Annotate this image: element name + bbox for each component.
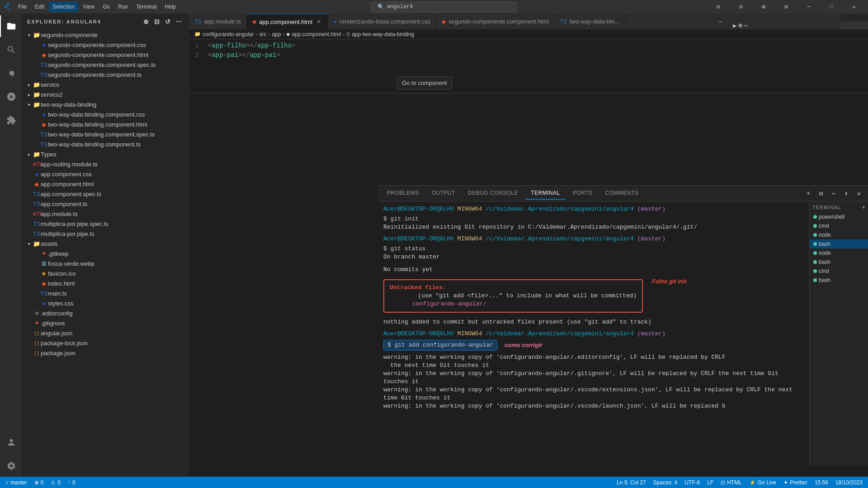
new-folder-icon[interactable]: ⊟	[153, 17, 162, 26]
more-actions-icon[interactable]: ⋯	[744, 22, 748, 29]
terminal-item-bash-3[interactable]: bash	[810, 276, 868, 285]
run-icon[interactable]: ▶	[733, 22, 736, 29]
tree-file-two-css[interactable]: ● two-way-data-binding.component.css	[22, 109, 189, 119]
menu-file[interactable]: File	[14, 2, 30, 12]
menu-help[interactable]: Help	[161, 2, 180, 12]
tree-folder-assets[interactable]: ▾ 📁 assets	[22, 239, 189, 249]
activity-extensions[interactable]	[0, 109, 22, 131]
refresh-icon[interactable]: ↺	[164, 17, 173, 26]
terminal-item-bash-1[interactable]: bash	[810, 239, 868, 249]
status-errors[interactable]: ⊗ 0	[33, 479, 46, 486]
tab-debug-console[interactable]: DEBUG CONSOLE	[462, 187, 524, 200]
tree-file-index[interactable]: ◆ index.html	[22, 278, 189, 288]
status-prettier[interactable]: ✦ Prettier	[782, 479, 809, 486]
tree-file-segundo-css[interactable]: ● segundo-componente.component.css	[22, 40, 189, 50]
breadcrumb-item-5[interactable]: app-two-way-data-binding	[352, 31, 414, 38]
tab-problems[interactable]: PROBLEMS	[382, 187, 425, 200]
tree-file-app-css[interactable]: ● app.component.css	[22, 169, 189, 179]
close-button[interactable]: ✕	[844, 0, 864, 14]
minimize-button[interactable]: ─	[798, 0, 819, 14]
tree-file-app-spec[interactable]: TS app.component.spec.ts	[22, 189, 189, 199]
close-panel-btn[interactable]: ✕	[854, 188, 864, 199]
menu-go[interactable]: Go	[99, 2, 113, 12]
breadcrumb-item-2[interactable]: src	[259, 31, 266, 38]
tree-file-package-lock[interactable]: { } package-lock.json	[22, 338, 189, 348]
tree-file-gitkeep[interactable]: ⚑ .gitkeep	[22, 249, 189, 258]
tree-file-angular-json[interactable]: { } angular.json	[22, 328, 189, 338]
window-layout-btn-1[interactable]: ⊟	[708, 0, 729, 14]
tab-app-module[interactable]: TS app.module.ts	[189, 14, 247, 29]
tabs-more-btn[interactable]: ⋯	[715, 14, 726, 29]
maximize-panel-btn[interactable]: ⬆	[841, 188, 852, 199]
activity-explorer[interactable]	[0, 15, 22, 37]
tree-folder-servico2[interactable]: ▸ 📁 servico2	[22, 89, 189, 99]
tree-file-segundo-spec[interactable]: TS segundo-componente.component.spec.ts	[22, 60, 189, 70]
new-terminal-btn[interactable]: +	[803, 188, 814, 199]
breadcrumb-item-4[interactable]: app.component.html	[292, 31, 341, 38]
terminal-item-cmd-2[interactable]: cmd	[810, 267, 868, 276]
menu-terminal[interactable]: Terminal	[132, 2, 160, 12]
more-icon[interactable]: ⋯	[175, 17, 184, 26]
add-terminal-btn[interactable]: +	[862, 204, 865, 211]
terminal-item-node[interactable]: node	[810, 230, 868, 239]
tree-file-favicon[interactable]: ★ favicon.ico	[22, 268, 189, 278]
split-terminal-btn[interactable]: ⊟	[816, 188, 826, 199]
tab-ports[interactable]: PORTS	[567, 187, 598, 200]
tree-file-multiplica[interactable]: TS multiplica-por.pipe.ts	[22, 229, 189, 239]
search-input[interactable]: angular4	[387, 4, 413, 10]
tree-folder-two-way[interactable]: ▾ 📁 two-way-data-binding	[22, 99, 189, 109]
tree-folder-segundo-componente[interactable]: ▾ 📁 segundo-componente	[22, 30, 189, 40]
new-file-icon[interactable]: ⊕	[142, 17, 151, 26]
terminal-item-node-2[interactable]: node	[810, 249, 868, 258]
tree-folder-servico[interactable]: ▸ 📁 servico	[22, 80, 189, 89]
terminal-item-bash-2[interactable]: bash	[810, 258, 868, 267]
activity-settings[interactable]	[0, 455, 22, 477]
tree-file-segundo-html[interactable]: ◆ segundo-componente.component.html	[22, 50, 189, 60]
tree-file-app-html[interactable]: ◆ app.component.html	[22, 179, 189, 189]
menu-edit[interactable]: Edit	[31, 2, 48, 12]
breadcrumb-item-3[interactable]: app	[272, 31, 281, 38]
status-encoding[interactable]: UTF-8	[683, 479, 702, 486]
status-language[interactable]: ⊡ HTML	[719, 479, 744, 486]
tree-folder-types[interactable]: ▸ 📁 Types	[22, 149, 189, 159]
code-area[interactable]: 1 <app-filho></app-filho> 2 <app-pai></a…	[189, 39, 868, 62]
tree-file-app-routing[interactable]: ⊗TS app-routing.module.ts	[22, 159, 189, 169]
activity-search[interactable]	[0, 39, 22, 61]
tab-app-component-html[interactable]: ◆ app.component.html ✕	[247, 14, 328, 29]
activity-accounts[interactable]	[0, 432, 22, 453]
tree-file-app-module[interactable]: ⊗TS app.module.ts	[22, 209, 189, 219]
menu-run[interactable]: Run	[114, 2, 132, 12]
status-warnings[interactable]: ⚠ 0	[49, 479, 62, 486]
tree-file-two-spec[interactable]: TS two-way-data-binding.component.spec.t…	[22, 129, 189, 139]
tree-file-package[interactable]: { } package.json	[22, 348, 189, 358]
tree-file-multiplica-spec[interactable]: TS multiplica-por.pipe.spec.ts	[22, 219, 189, 229]
tree-file-styles[interactable]: ● styles.css	[22, 298, 189, 308]
status-golive[interactable]: ⚡ Go Live	[747, 479, 778, 486]
tree-file-gitignore[interactable]: ⚑ .gitignore	[22, 318, 189, 328]
tab-renderizando-css[interactable]: ● renderizando-listas.component.css	[328, 14, 436, 29]
maximize-button[interactable]: □	[821, 0, 842, 14]
tree-file-two-html[interactable]: ◆ two-way-data-binding.component.html	[22, 119, 189, 129]
more-panel-btn[interactable]: ⋯	[828, 188, 839, 199]
split-editor-icon[interactable]: ⊞	[738, 22, 742, 29]
activity-run-debug[interactable]	[0, 86, 22, 108]
tab-two-way[interactable]: TS two-way-data-bin...	[555, 14, 625, 29]
status-position[interactable]: Ln 9, Col 27	[615, 479, 648, 486]
window-layout-btn-4[interactable]: ⊟	[776, 0, 797, 14]
window-layout-btn-3[interactable]: ⊞	[753, 0, 774, 14]
status-line-ending[interactable]: LF	[705, 479, 715, 486]
tree-file-segundo-ts[interactable]: TS segundo-componente.component.ts	[22, 70, 189, 80]
terminal-output[interactable]: Acer@DESKTOP-ORQ6LHV MINGW64 /c/Valdemar…	[378, 202, 809, 465]
tab-close-btn[interactable]: ✕	[315, 18, 322, 25]
terminal-item-powershell[interactable]: powershell	[810, 212, 868, 221]
tab-comments[interactable]: COMMENTS	[600, 187, 644, 200]
window-layout-btn-2[interactable]: ⊡	[731, 0, 751, 14]
tab-output[interactable]: OUTPUT	[426, 187, 461, 200]
terminal-item-cmd[interactable]: cmd	[810, 221, 868, 230]
breadcrumb-item-1[interactable]: configurando-angular	[203, 31, 254, 38]
tree-file-app-ts[interactable]: TS app.component.ts	[22, 199, 189, 209]
status-spaces[interactable]: Spaces: 4	[651, 479, 679, 486]
status-sync[interactable]: ↑ 0	[66, 479, 77, 486]
menu-view[interactable]: View	[79, 2, 98, 12]
title-search-box[interactable]: 🔍 angular4	[372, 2, 516, 12]
